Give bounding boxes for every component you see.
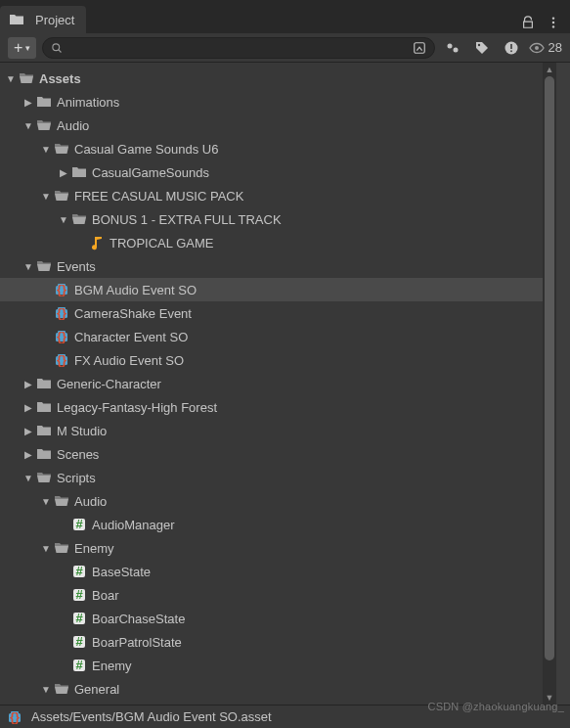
tree-row-label: Boar (92, 588, 118, 603)
scroll-up-icon[interactable]: ▲ (543, 63, 556, 76)
chevron-down-icon[interactable]: ▼ (22, 471, 35, 484)
search-input[interactable] (68, 41, 412, 55)
chevron-right-icon[interactable]: ▶ (22, 95, 35, 109)
folder-open-icon (53, 140, 70, 158)
chevron-right-icon[interactable]: ▶ (22, 377, 35, 390)
chevron-down-icon[interactable]: ▼ (22, 259, 35, 273)
tree-row[interactable]: ▶#BaseState (0, 560, 543, 583)
tree-row[interactable]: ▶{}FX Audio Event SO (0, 348, 543, 372)
folder-open-icon (53, 187, 70, 205)
svg-text:#: # (75, 634, 83, 649)
tree-row-label: CameraShake Event (74, 306, 192, 321)
tree-row[interactable]: ▼FREE CASUAL MUSIC PACK (0, 184, 543, 207)
lock-icon[interactable] (521, 16, 535, 29)
tree-row[interactable]: ▶#BoarChaseState (0, 607, 543, 630)
tree-row[interactable]: ▼Casual Game Sounds U6 (0, 137, 543, 160)
tree-row[interactable]: ▶Legacy-Fantasy-High Forest (0, 395, 543, 419)
tree-row[interactable]: ▶CasualGameSounds (0, 160, 543, 184)
tree-row-label: Assets (39, 71, 81, 86)
status-icon: {} (6, 708, 23, 726)
so-icon: {} (53, 328, 70, 345)
scrollbar-thumb[interactable] (545, 76, 554, 660)
tree-row[interactable]: ▼Scripts (0, 466, 543, 489)
tree-row-label: BaseState (92, 565, 151, 579)
chevron-right-icon[interactable]: ▶ (22, 447, 35, 461)
tree-row-label: CasualGameSounds (92, 165, 209, 180)
chevron-right-icon[interactable]: ▶ (22, 400, 35, 414)
tree-row[interactable]: ▼General (0, 677, 543, 701)
tree-view[interactable]: ▼Assets▶Animations▼Audio▼Casual Game Sou… (0, 63, 543, 705)
search-field[interactable] (42, 37, 434, 59)
chevron-down-icon[interactable]: ▼ (39, 142, 53, 156)
tree-row[interactable]: ▼Audio (0, 114, 543, 137)
tree-row[interactable]: ▶{}Character Event SO (0, 325, 543, 348)
tree-row[interactable]: ▶#BoarPatrolState (0, 630, 543, 654)
svg-point-3 (53, 43, 60, 50)
tree-row[interactable]: ▼BONUS 1 - EXTRA FULL TRACK (0, 207, 543, 231)
so-icon: {} (53, 351, 70, 369)
folder-icon (8, 11, 25, 28)
tree-row[interactable]: ▶Scenes (0, 442, 543, 466)
tree-row[interactable]: ▼Enemy (0, 536, 543, 560)
svg-text:#: # (75, 564, 83, 578)
svg-point-1 (552, 22, 554, 23)
tree-row-label: Enemy (92, 659, 131, 673)
folder-open-icon (35, 116, 53, 134)
folder-open-icon (53, 492, 70, 510)
chevron-down-icon[interactable]: ▼ (22, 118, 35, 132)
svg-text:{}: {} (10, 709, 20, 724)
tree-row[interactable]: ▶Animations (0, 90, 543, 114)
tree-row-label: Generic-Character (57, 377, 161, 391)
svg-point-8 (477, 43, 479, 45)
svg-text:{}: {} (57, 329, 66, 343)
hidden-count[interactable]: 28 (529, 40, 562, 56)
kebab-menu-icon[interactable] (547, 16, 560, 29)
chevron-down-icon[interactable]: ▼ (39, 682, 53, 696)
chevron-down-icon[interactable]: ▼ (39, 541, 53, 555)
tree-row-label: Casual Game Sounds U6 (74, 142, 218, 157)
tree-row[interactable]: ▼Audio (0, 489, 543, 513)
folder-icon (35, 375, 53, 392)
folder-open-icon (53, 680, 70, 698)
svg-point-12 (535, 46, 539, 50)
folder-icon (35, 93, 53, 111)
search-icon (51, 42, 63, 54)
tree-row[interactable]: ▼Events (0, 254, 543, 278)
tree-row[interactable]: ▶#Boar (0, 583, 543, 607)
warning-icon[interactable] (500, 37, 523, 59)
chevron-down-icon[interactable]: ▼ (57, 212, 70, 226)
chevron-down-icon[interactable]: ▼ (4, 71, 18, 85)
add-button[interactable]: + ▾ (8, 37, 36, 59)
search-by-type-icon[interactable] (413, 41, 426, 55)
tree-row[interactable]: ▶Generic-Character (0, 372, 543, 395)
folder-open-icon (70, 210, 88, 228)
cs-icon: # (70, 586, 88, 604)
tree-row[interactable]: ▶{}BGM Audio Event SO (0, 278, 543, 301)
tree-row[interactable]: ▶M Studio (0, 419, 543, 442)
tree-row[interactable]: ▶{}CameraShake Event (0, 301, 543, 325)
chevron-down-icon[interactable]: ▼ (39, 494, 53, 508)
tree-row-label: Animations (57, 95, 119, 110)
chevron-right-icon[interactable]: ▶ (22, 424, 35, 437)
folder-icon (35, 422, 53, 439)
chevron-down-icon[interactable]: ▼ (39, 189, 53, 203)
tag-icon[interactable] (470, 37, 494, 59)
tab-project[interactable]: Project (0, 6, 86, 33)
chevron-right-icon[interactable]: ▶ (57, 165, 70, 179)
tree-row[interactable]: ▶#Enemy (0, 654, 543, 677)
svg-text:{}: {} (57, 282, 66, 296)
filter-by-label-icon[interactable] (441, 37, 464, 59)
chevron-down-icon: ▾ (25, 43, 30, 53)
svg-rect-10 (510, 44, 512, 49)
tree-row-label: Enemy (74, 541, 113, 556)
audio-icon (88, 234, 106, 251)
svg-text:#: # (75, 658, 83, 672)
svg-text:#: # (75, 611, 83, 625)
tree-row-label: Audio (57, 118, 89, 133)
tree-row-label: Scripts (57, 471, 96, 485)
scrollbar[interactable]: ▲ ▼ (543, 63, 556, 705)
tree-row[interactable]: ▶TROPICAL GAME (0, 231, 543, 254)
svg-text:{}: {} (57, 305, 66, 320)
tree-row[interactable]: ▶#AudioManager (0, 513, 543, 536)
tree-row[interactable]: ▼Assets (0, 67, 543, 90)
